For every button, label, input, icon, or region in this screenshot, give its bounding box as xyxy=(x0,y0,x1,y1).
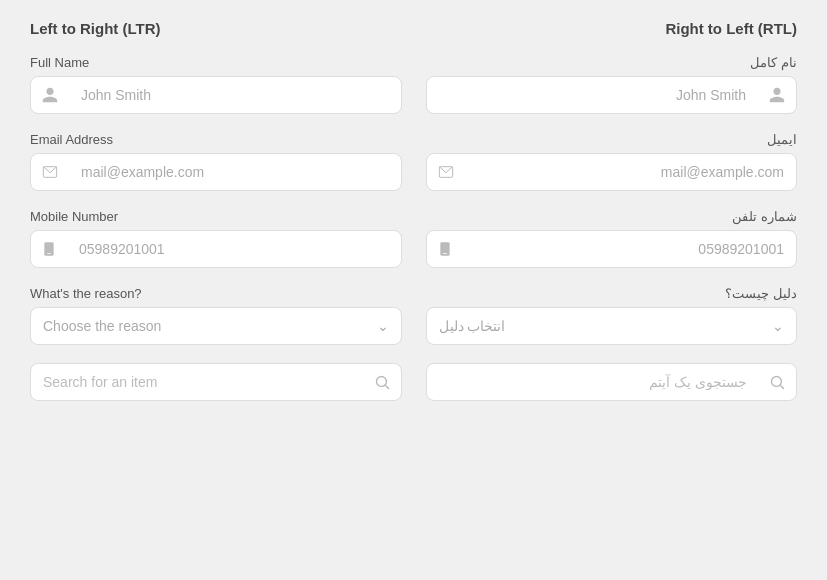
rtl-mobile-group: شماره تلفن xyxy=(426,209,798,268)
rtl-email-group: ایمیل xyxy=(426,132,798,191)
svg-line-9 xyxy=(780,385,784,389)
ltr-mobile-label: Mobile Number xyxy=(30,209,402,224)
ltr-title: Left to Right (LTR) xyxy=(30,20,402,37)
svg-rect-2 xyxy=(47,253,51,254)
ltr-reason-dropdown[interactable]: Choose the reason ⌄ xyxy=(30,307,402,345)
search-icon-rtl xyxy=(759,374,796,391)
ltr-column: Left to Right (LTR) Full Name Email Addr… xyxy=(18,20,414,419)
rtl-email-label: ایمیل xyxy=(426,132,798,147)
phone-icon-ltr xyxy=(31,240,67,258)
rtl-fullname-label: نام کامل xyxy=(426,55,798,70)
person-icon-rtl-name xyxy=(758,86,796,104)
rtl-mobile-wrapper xyxy=(426,230,798,268)
rtl-mobile-input[interactable] xyxy=(463,231,797,267)
svg-line-4 xyxy=(385,385,389,389)
rtl-reason-text: انتخاب دلیل xyxy=(439,318,506,334)
rtl-email-input[interactable] xyxy=(465,154,797,190)
ltr-fullname-wrapper xyxy=(30,76,402,114)
ltr-email-wrapper xyxy=(30,153,402,191)
mail-icon-rtl xyxy=(427,164,465,180)
ltr-mobile-input[interactable] xyxy=(67,231,401,267)
phone-icon-rtl xyxy=(427,240,463,258)
rtl-fullname-input[interactable] xyxy=(427,77,759,113)
ltr-search-wrapper xyxy=(30,363,402,401)
chevron-down-icon-ltr: ⌄ xyxy=(377,318,389,334)
rtl-reason-dropdown[interactable]: انتخاب دلیل ⌄ xyxy=(426,307,798,345)
svg-point-8 xyxy=(771,376,781,386)
ltr-email-input[interactable] xyxy=(69,154,401,190)
ltr-search-group xyxy=(30,363,402,401)
person-icon-ltr-name xyxy=(31,86,69,104)
ltr-fullname-group: Full Name xyxy=(30,55,402,114)
rtl-reason-group: دلیل چیست؟ انتخاب دلیل ⌄ xyxy=(426,286,798,345)
rtl-search-group xyxy=(426,363,798,401)
rtl-fullname-group: نام کامل xyxy=(426,55,798,114)
rtl-title: Right to Left (RTL) xyxy=(426,20,798,37)
ltr-fullname-input[interactable] xyxy=(69,77,401,113)
chevron-down-icon-rtl: ⌄ xyxy=(772,318,784,334)
rtl-mobile-label: شماره تلفن xyxy=(426,209,798,224)
rtl-column: Right to Left (RTL) نام کامل ایمیل xyxy=(414,20,810,419)
rtl-search-wrapper xyxy=(426,363,798,401)
rtl-email-wrapper xyxy=(426,153,798,191)
ltr-email-label: Email Address xyxy=(30,132,402,147)
svg-point-3 xyxy=(376,376,386,386)
search-icon-ltr xyxy=(364,374,401,391)
mail-icon-ltr xyxy=(31,164,69,180)
ltr-fullname-label: Full Name xyxy=(30,55,402,70)
ltr-reason-label: What's the reason? xyxy=(30,286,402,301)
rtl-search-input[interactable] xyxy=(427,364,760,400)
ltr-mobile-group: Mobile Number xyxy=(30,209,402,268)
ltr-reason-text: Choose the reason xyxy=(43,318,161,334)
rtl-reason-label: دلیل چیست؟ xyxy=(426,286,798,301)
rtl-fullname-wrapper xyxy=(426,76,798,114)
svg-rect-7 xyxy=(443,253,447,254)
ltr-search-input[interactable] xyxy=(31,364,364,400)
ltr-reason-group: What's the reason? Choose the reason ⌄ xyxy=(30,286,402,345)
ltr-email-group: Email Address xyxy=(30,132,402,191)
ltr-mobile-wrapper xyxy=(30,230,402,268)
